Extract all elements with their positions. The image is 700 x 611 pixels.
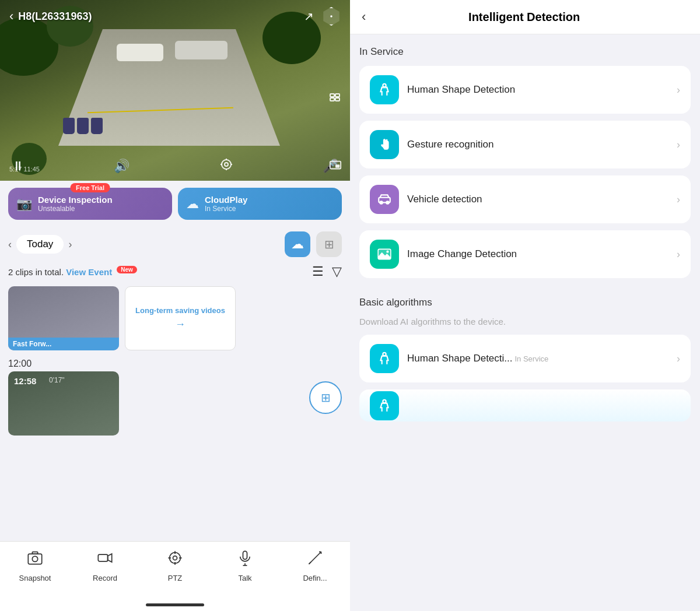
svg-point-19: [173, 556, 177, 560]
pip-button[interactable]: [329, 159, 342, 175]
svg-point-18: [170, 553, 181, 564]
timeline-section: ‹ Today › ☁ ⊞ 2 clips in total. View Eve…: [0, 227, 350, 440]
camera-title: H8(L26331963): [18, 10, 92, 23]
svg-rect-16: [98, 554, 107, 561]
cloud-storage-button[interactable]: ☁: [285, 231, 310, 257]
filter-button[interactable]: ▽: [332, 264, 342, 279]
list-view-button[interactable]: ☰: [312, 264, 324, 279]
svg-rect-12: [335, 164, 340, 168]
chevron-right-icon: ›: [677, 84, 680, 96]
vehicle-card[interactable]: Vehicle detection ›: [359, 175, 691, 223]
snapshot-icon: [27, 550, 43, 570]
basic-additional-card[interactable]: [359, 389, 691, 422]
time-12: 12:00: [8, 355, 309, 371]
chevron-right-icon: ›: [677, 139, 680, 151]
left-panel: ‹ H8(L26331963) ↗ 5:17 11:45: [0, 0, 350, 611]
svg-point-0: [330, 15, 332, 17]
timeline-nav-right: ☁ ⊞: [285, 231, 342, 257]
target-button[interactable]: [219, 157, 233, 175]
camera-header-left: ‹ H8(L26331963): [9, 9, 92, 24]
svg-rect-24: [243, 551, 247, 559]
long-term-text: Long-term saving videos: [135, 306, 225, 315]
ptz-icon: [167, 550, 183, 570]
record-icon: [97, 550, 113, 570]
fast-forward-clip[interactable]: Fast Forw...: [8, 286, 119, 350]
grid-float-button[interactable]: ⊞: [309, 381, 342, 414]
new-badge: New: [117, 266, 137, 273]
human-shape-label: Human Shape Detection: [407, 84, 668, 96]
clip-row: 12:58 0'17": [8, 371, 309, 440]
talk-icon: [237, 550, 253, 570]
toolbar-item-ptz[interactable]: PTZ: [140, 550, 210, 582]
basic-human-shape-card[interactable]: Human Shape Detecti...In Service ›: [359, 335, 691, 382]
svg-rect-13: [28, 554, 41, 564]
in-service-title: In Service: [359, 46, 691, 58]
inspection-card-text: Device Inspection Unstealable: [38, 195, 113, 213]
toolbar-item-talk[interactable]: Talk: [210, 550, 280, 582]
human-shape-icon-wrap: [370, 75, 399, 104]
clip-start-time: 12:58: [14, 376, 36, 386]
share-icon[interactable]: ↗: [304, 9, 314, 23]
timeline-nav-left: ‹ Today ›: [8, 235, 72, 254]
clip-thumbnail[interactable]: 12:58 0'17": [8, 371, 119, 436]
right-header: ‹ Intelligent Detection: [350, 0, 700, 34]
spacer: [359, 285, 691, 297]
volume-button[interactable]: 🔊: [114, 159, 130, 174]
svg-rect-15: [32, 552, 37, 554]
define-icon: [307, 550, 323, 570]
settings-icon[interactable]: [322, 7, 341, 26]
pause-button[interactable]: ⏸: [12, 159, 24, 174]
trash-bin: [63, 118, 75, 134]
grid-view-button[interactable]: ⊞: [316, 231, 342, 257]
toolbar-item-snapshot[interactable]: Snapshot: [0, 550, 70, 582]
svg-point-34: [386, 201, 388, 203]
clips-actions: ☰ ▽: [312, 264, 342, 279]
chevron-right-icon: ›: [677, 194, 680, 206]
home-indicator: [146, 603, 204, 606]
svg-rect-2: [335, 94, 340, 97]
inspection-title: Device Inspection: [38, 195, 113, 205]
next-day-button[interactable]: ›: [68, 238, 72, 251]
today-label: Today: [16, 235, 64, 254]
device-inspection-card[interactable]: Free Trial 📷 Device Inspection Unstealab…: [8, 188, 172, 220]
timeline-nav: ‹ Today › ☁ ⊞: [8, 227, 342, 262]
time-section: 12:00 12:58 0'17" ⊞: [8, 355, 342, 440]
gesture-card[interactable]: Gesture recognition ›: [359, 121, 691, 168]
right-back-button[interactable]: ‹: [362, 9, 366, 24]
basic-algorithms-subtitle: Download AI algorithms to the device.: [359, 317, 691, 326]
basic-human-shape-icon-wrap: [370, 344, 399, 373]
bottom-toolbar: Snapshot Record: [0, 541, 350, 611]
record-label: Record: [93, 574, 117, 582]
fast-forward-label: Fast Forw...: [8, 338, 119, 350]
talk-label: Talk: [238, 574, 251, 582]
basic-additional-icon-wrap: [370, 391, 399, 420]
view-event-link[interactable]: View Event: [66, 267, 112, 277]
human-shape-card[interactable]: Human Shape Detection ›: [359, 66, 691, 114]
svg-point-39: [383, 399, 386, 402]
long-term-saving-card[interactable]: Long-term saving videos →: [125, 286, 236, 350]
toolbar-item-record[interactable]: Record: [70, 550, 140, 582]
fullscreen-icon[interactable]: [328, 90, 342, 108]
in-service-tag: In Service: [514, 354, 548, 363]
ptz-label: PTZ: [168, 574, 183, 582]
back-button[interactable]: ‹: [9, 9, 13, 24]
svg-rect-4: [335, 98, 340, 101]
right-panel: ‹ Intelligent Detection In Service Human…: [350, 0, 700, 611]
svg-point-33: [380, 201, 382, 203]
svg-rect-3: [330, 98, 334, 101]
clips-count: 2 clips in total. View Event New: [8, 266, 137, 277]
chevron-right-icon: ›: [677, 248, 680, 261]
image-change-card[interactable]: Image Change Detection ›: [359, 230, 691, 278]
toolbar-item-define[interactable]: Defin...: [280, 550, 350, 582]
define-label: Defin...: [303, 574, 327, 582]
trash-bin: [91, 118, 103, 134]
cloud-icon: ☁: [186, 196, 199, 212]
svg-point-6: [225, 163, 228, 166]
snapshot-label: Snapshot: [19, 574, 51, 582]
prev-day-button[interactable]: ‹: [8, 238, 12, 251]
gesture-label: Gesture recognition: [407, 139, 668, 150]
cloudplay-card[interactable]: ☁ CloudPlay In Service: [178, 188, 342, 220]
svg-rect-1: [330, 94, 334, 97]
service-cards: Free Trial 📷 Device Inspection Unstealab…: [0, 181, 350, 227]
long-term-arrow: →: [175, 318, 186, 331]
